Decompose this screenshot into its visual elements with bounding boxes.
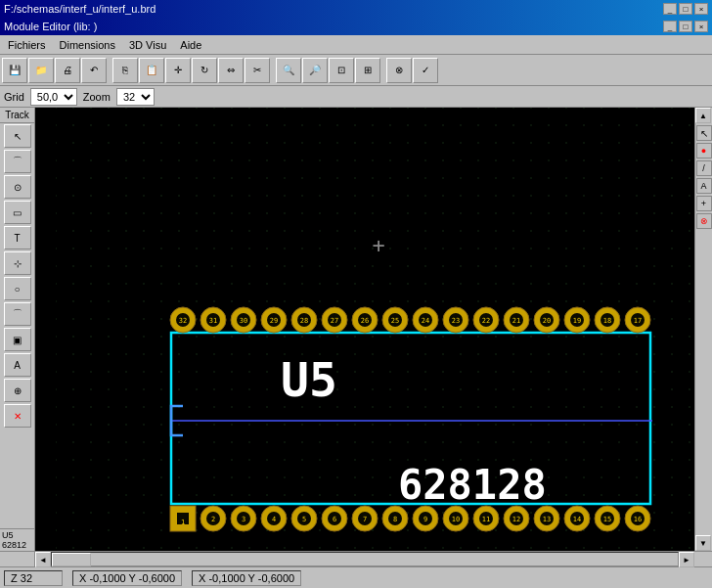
scroll-up-btn[interactable]: ▲: [695, 108, 711, 123]
lt-circle[interactable]: ○: [4, 277, 31, 300]
lt-measure[interactable]: ⊹: [4, 251, 31, 275]
tb-paste[interactable]: 📋: [139, 58, 164, 83]
bottom-ref: U5: [2, 530, 32, 540]
svg-text:11: 11: [482, 516, 490, 523]
pin-bot-14: 14: [564, 506, 590, 531]
pin-bot-15: 15: [595, 506, 620, 531]
svg-text:14: 14: [573, 516, 581, 523]
menu-3dvisu[interactable]: 3D Visu: [123, 37, 172, 53]
right-scrollbar: ▲ ↖ ● / A + ⊗ ▼: [694, 108, 712, 551]
status-xy1: X -0,1000 Y -0,6000: [72, 570, 182, 586]
svg-text:7: 7: [363, 516, 367, 523]
status-zoom: Z 32: [4, 570, 63, 586]
pin-top-26: 26: [352, 307, 378, 333]
lt-arc[interactable]: ⌒: [4, 302, 31, 326]
svg-text:26: 26: [361, 317, 369, 325]
grid-select[interactable]: 50,0 25,0 10,0: [30, 88, 77, 106]
lt-zone[interactable]: ▭: [4, 201, 31, 224]
tb-copy[interactable]: ⎘: [112, 58, 138, 83]
mod-maximize-btn[interactable]: □: [679, 21, 692, 32]
menu-fichiers[interactable]: Fichiers: [2, 37, 52, 53]
tb-delete[interactable]: ✂: [245, 58, 270, 83]
menu-dimensions[interactable]: Dimensions: [54, 37, 121, 53]
tb-save[interactable]: 💾: [2, 58, 27, 83]
component-value: 628128: [398, 461, 547, 509]
svg-text:10: 10: [452, 516, 460, 523]
tb-zoomsel[interactable]: ⊞: [355, 58, 380, 83]
zoom-select[interactable]: 32 16 64: [116, 88, 155, 106]
pin-top-23: 23: [443, 307, 468, 333]
pin-top-18: 18: [595, 307, 620, 333]
tb-rotate[interactable]: ↻: [192, 58, 217, 83]
svg-text:3: 3: [242, 516, 245, 523]
pin-bot-10: 10: [443, 506, 468, 531]
track-label: Track: [0, 108, 34, 123]
tb-undo[interactable]: ↶: [81, 58, 107, 83]
module-title-controls[interactable]: _ □ ×: [663, 21, 708, 32]
tb-zoomfit[interactable]: ⊡: [329, 58, 354, 83]
tb-check[interactable]: ✓: [413, 58, 438, 83]
close-btn[interactable]: ×: [694, 3, 708, 15]
title-controls[interactable]: _ □ ×: [663, 3, 708, 15]
h-scroll-right[interactable]: ►: [679, 552, 694, 567]
svg-text:13: 13: [543, 516, 551, 523]
pin-bot-4: 4: [261, 506, 287, 531]
zoom-label: Zoom: [83, 91, 111, 103]
svg-text:30: 30: [240, 317, 247, 325]
minimize-btn[interactable]: _: [663, 3, 677, 15]
pin-bot-5: 5: [291, 506, 317, 531]
tb-zoomout[interactable]: 🔎: [302, 58, 328, 83]
canvas-area[interactable]: + U5 628128 32 31 30 29 28 27 26: [35, 108, 712, 551]
lt-text[interactable]: T: [4, 226, 31, 249]
svg-text:6: 6: [333, 516, 336, 523]
pin-top-22: 22: [473, 307, 499, 333]
h-scroll-thumb[interactable]: [52, 553, 91, 566]
h-scrollbar: ◄ ►: [0, 551, 712, 566]
lt-ref[interactable]: A: [4, 353, 31, 377]
mod-minimize-btn[interactable]: _: [663, 21, 677, 32]
tb-drc[interactable]: ⊗: [386, 58, 412, 83]
h-scroll-track[interactable]: [51, 552, 679, 566]
crosshair-cursor: +: [372, 233, 384, 257]
bottom-left-info: U5 62812: [0, 528, 34, 551]
h-scroll-left[interactable]: ◄: [35, 552, 51, 567]
right-toolbar: ↖ ● / A + ⊗: [695, 123, 712, 535]
rt-text[interactable]: A: [696, 178, 712, 194]
lt-delete[interactable]: ✕: [4, 404, 31, 428]
maximize-btn[interactable]: □: [679, 3, 692, 15]
rt-cursor[interactable]: ↖: [696, 125, 712, 141]
scroll-down-btn[interactable]: ▼: [695, 535, 711, 551]
tb-move[interactable]: ✛: [165, 58, 191, 83]
svg-text:28: 28: [300, 317, 308, 325]
pin-top-29: 29: [261, 307, 287, 333]
pin-top-17: 17: [625, 307, 650, 333]
rt-circle[interactable]: ●: [696, 143, 712, 158]
rt-cross[interactable]: +: [696, 196, 712, 211]
svg-text:31: 31: [209, 317, 217, 325]
svg-text:17: 17: [634, 317, 642, 325]
left-panel: Track ↖ ⌒ ⊙ ▭ T ⊹ ○ ⌒ ▣ A ⊕ ✕ U5 62812: [0, 108, 35, 551]
lt-pointer[interactable]: ↖: [4, 124, 31, 148]
tb-print[interactable]: 🖨: [55, 58, 80, 83]
lt-anchor[interactable]: ⊕: [4, 379, 31, 402]
tb-mirror[interactable]: ⇔: [218, 58, 244, 83]
menu-aide[interactable]: Aide: [174, 37, 207, 53]
tb-open[interactable]: 📁: [28, 58, 54, 83]
bottom-val: 62812: [2, 540, 32, 550]
svg-text:4: 4: [272, 516, 276, 523]
lt-pad[interactable]: ▣: [4, 328, 31, 351]
rt-erase[interactable]: ⊗: [696, 213, 712, 229]
pin-bot-13: 13: [534, 506, 559, 531]
mod-close-btn[interactable]: ×: [694, 21, 708, 32]
lt-route[interactable]: ⌒: [4, 150, 31, 173]
svg-text:1: 1: [181, 519, 185, 526]
svg-text:19: 19: [573, 317, 581, 325]
main-area: Track ↖ ⌒ ⊙ ▭ T ⊹ ○ ⌒ ▣ A ⊕ ✕ U5 62812: [0, 108, 712, 551]
pin-bot-6: 6: [322, 506, 347, 531]
rt-line[interactable]: /: [696, 160, 712, 176]
lt-via[interactable]: ⊙: [4, 175, 31, 199]
svg-text:16: 16: [634, 516, 642, 523]
svg-text:22: 22: [482, 317, 490, 325]
svg-text:27: 27: [331, 317, 338, 325]
tb-zoomin[interactable]: 🔍: [276, 58, 301, 83]
